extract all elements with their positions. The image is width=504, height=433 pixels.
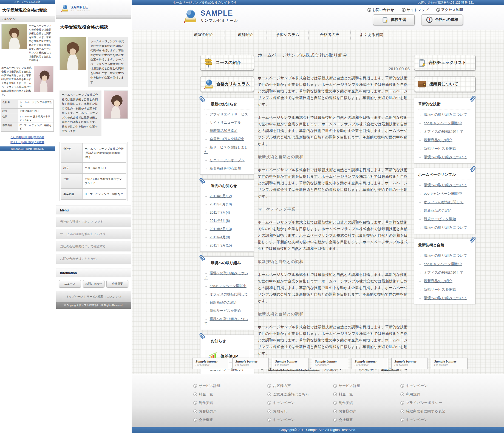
footer-link[interactable]: 制作実績 xyxy=(339,401,353,405)
eco-link[interactable]: ecoキャンペーン開催中 xyxy=(210,284,247,288)
sample-banner[interactable]: Sample banner For beginner xyxy=(352,358,388,369)
tuition-button[interactable]: 授業費について xyxy=(414,76,475,92)
site-logo[interactable]: SAMPLE サンプルゼミナール xyxy=(182,9,238,23)
nav-item[interactable]: 教師紹介 xyxy=(225,30,267,40)
path-to-success-button[interactable]: 合格への道標 xyxy=(421,14,463,25)
footer-link[interactable]: お知らせ xyxy=(273,409,287,413)
sample-banner[interactable]: Sample banner For beginner xyxy=(232,358,269,369)
right-box-link[interactable]: ecoキャンペーン開催中 xyxy=(424,191,462,196)
right-box-link[interactable]: 環境への取り組みについて xyxy=(424,296,467,300)
mobile-footer-link[interactable]: 会社概要 xyxy=(34,141,44,144)
tablet-menu-item[interactable]: 当社の会社概要について確認する xyxy=(56,241,131,251)
nav-item[interactable]: 学習システム xyxy=(267,30,308,40)
footer-link[interactable]: 利用規約 xyxy=(406,392,420,396)
tablet-footer-nav-link[interactable]: ごあいさつ xyxy=(107,295,121,298)
tablet-info-button[interactable]: ニュース xyxy=(59,280,81,288)
footer-link[interactable]: 会社概要 xyxy=(339,418,353,422)
sample-banner[interactable]: Sample banner For beginner xyxy=(192,358,229,369)
archive-link[interactable]: 2011年4月(9) xyxy=(210,235,230,239)
tablet-info-button[interactable]: お問い合わせ xyxy=(83,280,105,288)
eco-link[interactable]: オフィスの移転に関して xyxy=(210,292,248,296)
eco-link[interactable]: 環境への取り組みについて xyxy=(204,271,248,280)
archive-link[interactable]: 2011年7月(4) xyxy=(210,211,230,214)
footer-link[interactable]: お客様の声 xyxy=(199,409,217,413)
footer-link[interactable]: サービス詳細 xyxy=(339,384,360,388)
right-box-link[interactable]: 新規サービスを開始 xyxy=(424,146,456,151)
utility-link[interactable]: お問い合わせ xyxy=(372,8,394,12)
news-link[interactable]: リニューアルオープン xyxy=(210,158,245,162)
right-box-link[interactable]: 新規サービスを開始 xyxy=(424,217,456,221)
eco-link[interactable]: 新規サービスを開始 xyxy=(210,309,241,313)
footer-link[interactable]: サービス詳細 xyxy=(199,384,220,388)
tablet-menu-item[interactable]: お問い合わせはこちらから xyxy=(56,253,131,264)
sample-banner[interactable]: Sample banner For beginner xyxy=(312,358,348,369)
tablet-footer-nav-link[interactable]: トップページ xyxy=(66,295,83,298)
footer-link[interactable]: お客様の声 xyxy=(273,384,291,388)
footer-link[interactable]: ご意見ご感想はこちら xyxy=(273,392,309,396)
sample-banner[interactable]: Sample banner For beginner xyxy=(272,358,308,369)
right-box-link[interactable]: ecoキャンペーン開催中 xyxy=(424,121,462,125)
right-box-link[interactable]: 環境への取り組みについて xyxy=(424,183,467,187)
footer-link[interactable]: キャンペーン xyxy=(273,401,295,405)
eco-link[interactable]: 環境への取り組みについて xyxy=(204,317,248,326)
tablet-footer-nav-link[interactable]: サービス概要 xyxy=(87,295,103,298)
news-link[interactable]: 新着商品30点追加 xyxy=(210,129,237,133)
sample-banner[interactable]: Sample banner For beginner xyxy=(391,358,428,369)
mobile-paragraph-2: ホームページサンプル株式会社では最新技術と自然との調和を目指します。革新的な技術… xyxy=(1,66,32,97)
curriculum-button[interactable]: 合格カリキュラム xyxy=(200,76,254,92)
footer-link[interactable]: 特定商取引に関する表記 xyxy=(406,409,445,413)
archive-link[interactable]: 2011年3月(15) xyxy=(210,244,232,247)
eco-link[interactable]: 最新商品のご紹介 xyxy=(210,301,237,304)
right-box-link[interactable]: オフィスの移転に関して xyxy=(424,270,463,274)
footer-link[interactable]: 会社概要 xyxy=(199,418,213,422)
nav-item[interactable]: よくある質問 xyxy=(350,30,392,40)
right-box-link[interactable]: 環境への取り組みについて xyxy=(424,155,467,159)
nav-item[interactable]: 教室の紹介 xyxy=(183,30,225,40)
news-link[interactable]: 新着商品を40点追加 xyxy=(210,166,241,170)
mobile-footer-link[interactable]: 問合わせ xyxy=(10,141,21,144)
right-box-link[interactable]: オフィスの移転に関して xyxy=(424,129,463,134)
right-box-link[interactable]: 環境への取り組みについて xyxy=(424,225,467,230)
article-date: 2010-09-06 xyxy=(258,66,410,71)
tablet-menu-item[interactable]: サービスの詳細を解説しています xyxy=(56,229,131,239)
footer-link[interactable]: 料金一覧 xyxy=(199,392,213,396)
footer-link[interactable]: キャンペーン xyxy=(406,384,428,388)
archive-link[interactable]: 2011年9月(12) xyxy=(210,194,232,198)
trial-study-button[interactable]: 体験学習 xyxy=(373,14,415,25)
right-box-link[interactable]: 環境への取り組みについて xyxy=(424,112,467,117)
course-intro-button[interactable]: コースの紹介 xyxy=(200,55,254,70)
archive-link[interactable]: 2011年6月(8) xyxy=(210,219,230,223)
mobile-footer-link[interactable]: 会社概要 xyxy=(11,136,21,139)
footer-link[interactable]: お客様の声 xyxy=(339,409,357,413)
right-box-link[interactable]: ecoキャンペーン開催中 xyxy=(424,262,462,266)
nav-item[interactable]: 合格者の声 xyxy=(308,30,350,40)
archive-link[interactable]: 2011年5月(13) xyxy=(210,227,232,231)
footer-link[interactable]: プライバシーポリシー xyxy=(406,401,442,405)
right-box-link[interactable]: 環境への取り組みについて xyxy=(424,253,467,257)
tablet-company-table: 会社名 ホームページサンプル株式会社 (英語表記 Homepage sample… xyxy=(61,143,126,200)
mobile-footer-link[interactable]: 事業内容 xyxy=(34,136,44,139)
right-box-link[interactable]: 新規サービスを開始 xyxy=(424,287,456,292)
mobile-footer-link[interactable]: 利用規約 xyxy=(22,141,33,144)
mobile-footer-link[interactable]: 技術情報 xyxy=(22,136,33,139)
utility-link[interactable]: サイトマップ xyxy=(407,8,429,12)
footer-link[interactable]: キャンペーン xyxy=(273,418,295,422)
footer-link[interactable]: 料金一覧 xyxy=(339,392,353,396)
pass-checklist-button[interactable]: 合格チェックリスト xyxy=(414,55,475,70)
tablet-info-button[interactable]: 会社概要 xyxy=(106,280,128,288)
archive-link[interactable]: 2011年8月(10) xyxy=(210,202,232,206)
right-box-link[interactable]: 最新商品のご紹介 xyxy=(424,138,452,142)
utility-link[interactable]: アクセス地図 xyxy=(441,8,463,12)
right-box-link[interactable]: 最新商品のご紹介 xyxy=(424,279,452,283)
tablet-logo[interactable]: SAMPLE サンプルゼミナール xyxy=(61,4,131,12)
news-link[interactable]: サイトリニューアル xyxy=(210,121,241,124)
tablet-menu-item[interactable]: 当社から皆様へごあいさつです xyxy=(56,216,131,227)
right-box-link[interactable]: 最新商品のご紹介 xyxy=(424,208,452,213)
right-box-link[interactable]: オフィスの移転に関して xyxy=(424,200,463,204)
footer-link[interactable]: キャンペーン xyxy=(406,418,428,422)
news-link[interactable]: 新サービスを開始しました xyxy=(204,145,248,154)
footer-link[interactable]: 制作実績 xyxy=(199,401,213,405)
news-link[interactable]: アフィリエイトサービス xyxy=(210,112,248,116)
news-link[interactable]: 会員数10万人突破記念 xyxy=(210,137,244,141)
sample-banner[interactable]: Sample banner For beginner xyxy=(431,358,468,369)
